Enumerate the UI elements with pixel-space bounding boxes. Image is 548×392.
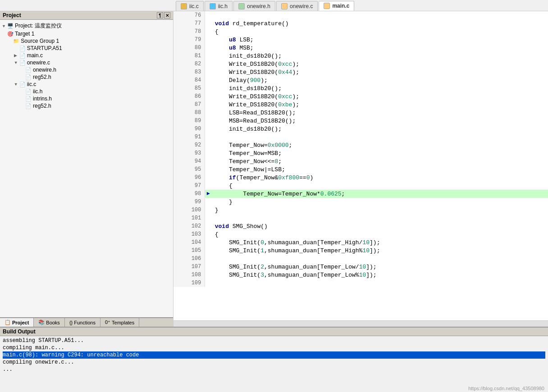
line-arrow <box>205 133 211 141</box>
line-code[interactable]: LSB=Read_DS18B20(); <box>211 109 548 117</box>
expand-icon[interactable]: ▼ <box>14 60 18 65</box>
tree-item[interactable]: ▼📄iic.c <box>0 81 173 88</box>
line-code[interactable]: SMG_Init(3,shumaguan_duan[Temper_Low%10]… <box>211 271 548 279</box>
line-code[interactable]: } <box>211 198 548 206</box>
line-code[interactable] <box>211 279 548 287</box>
line-code[interactable]: void SMG_Show() <box>211 222 548 230</box>
line-code[interactable]: init_ds18b20(); <box>211 125 548 133</box>
tab-iic-c[interactable]: iic.c <box>176 1 204 11</box>
line-code[interactable]: Write_DS18B20(0x44); <box>211 68 548 76</box>
line-code[interactable]: SMG_Init(0,shumaguan_duan[Temper_High/10… <box>211 238 548 246</box>
line-code[interactable]: { <box>211 27 548 36</box>
tab-file-icon <box>238 3 245 9</box>
panel-close-button[interactable]: ✕ <box>164 12 170 18</box>
tab-onewire-h[interactable]: onewire.h <box>233 1 275 11</box>
expand-placeholder <box>2 32 6 36</box>
code-row: 102void SMG_Show() <box>174 222 548 230</box>
left-tab-label: Project <box>12 320 29 325</box>
tree-item[interactable]: 📁Source Group 1 <box>0 37 173 45</box>
line-arrow <box>205 173 211 182</box>
tree-item[interactable]: 📄intrins.h <box>0 95 173 102</box>
line-code[interactable] <box>211 11 548 19</box>
tree-item[interactable]: 📄onewire.h <box>0 66 173 73</box>
code-row: 79 u8 LSB; <box>174 36 548 44</box>
expand-icon[interactable]: ▼ <box>14 82 18 87</box>
file-icon: 📄 <box>19 82 26 87</box>
tab-main-c[interactable]: main.c <box>319 1 354 11</box>
tree-item[interactable]: 📄reg52.h <box>0 73 173 81</box>
tree-item[interactable]: 📄STARTUP.A51 <box>0 45 173 52</box>
line-code[interactable]: Temper_Now=MSB; <box>211 149 548 157</box>
left-tab-icon: 📚 <box>38 319 45 325</box>
tree-item[interactable]: ▼📄onewire.c <box>0 59 173 66</box>
line-code[interactable]: Temper_Now=Temper_Now*0.0625; <box>211 190 548 198</box>
line-code[interactable]: Temper_Now=0x0000; <box>211 141 548 149</box>
tree-item[interactable]: 📄iic.h <box>0 88 173 95</box>
line-code[interactable]: MSB=Read_DS18B20(); <box>211 117 548 125</box>
line-code[interactable]: Write_DS18B20(0xcc); <box>211 60 548 68</box>
left-tab-books[interactable]: 📚Books <box>34 318 65 327</box>
line-code[interactable]: init_ds18b20(); <box>211 52 548 60</box>
tree-item-label: main.c <box>27 52 43 59</box>
line-number: 84 <box>174 76 205 84</box>
tree-root[interactable]: ▼🖥️Project: 温度监控仪 <box>0 22 173 30</box>
line-code[interactable] <box>211 255 548 263</box>
line-code[interactable]: Write_DS18B20(0xbe); <box>211 100 548 109</box>
expand-placeholder <box>14 46 18 50</box>
line-number: 96 <box>174 173 205 182</box>
line-number: 79 <box>174 36 205 44</box>
code-row: 83 Write_DS18B20(0x44); <box>174 68 548 76</box>
line-number: 87 <box>174 100 205 109</box>
file-icon: 📄 <box>25 103 32 109</box>
tree-indent <box>2 81 14 87</box>
line-code[interactable]: Delay(900); <box>211 76 548 84</box>
expand-icon[interactable]: ▼ <box>2 24 6 28</box>
code-row: 91 <box>174 133 548 141</box>
tree-item[interactable]: ▶📄main.c <box>0 52 173 59</box>
line-code[interactable]: SMG_Init(2,shumaguan_duan[Temper_Low/10]… <box>211 263 548 271</box>
line-code[interactable]: u8 MSB; <box>211 44 548 52</box>
left-tab-templates[interactable]: 0⁺Templates <box>100 318 139 327</box>
line-code[interactable]: Write_DS18B20(0xcc); <box>211 92 548 100</box>
tree-item[interactable]: 📄reg52.h <box>0 102 173 109</box>
code-row: 89 MSB=Read_DS18B20(); <box>174 117 548 125</box>
line-code[interactable]: if(Temper_Now&0xf800==0) <box>211 173 548 182</box>
line-arrow <box>205 100 211 109</box>
line-code[interactable]: { <box>211 230 548 238</box>
line-code[interactable]: Temper_Now|=LSB; <box>211 165 548 173</box>
horizontal-scrollbar[interactable] <box>174 320 548 327</box>
line-number: 81 <box>174 52 205 60</box>
line-code[interactable]: } <box>211 206 548 214</box>
line-code[interactable]: u8 LSB; <box>211 36 548 44</box>
line-number: 86 <box>174 92 205 100</box>
code-row: 95 Temper_Now|=LSB; <box>174 165 548 173</box>
line-arrow <box>205 255 211 263</box>
line-number: 77 <box>174 19 205 27</box>
line-code[interactable]: Temper_Now<<=8; <box>211 157 548 165</box>
tree-item[interactable]: 🎯Target 1 <box>0 30 173 37</box>
file-icon: 📄 <box>25 89 32 95</box>
line-arrow <box>205 60 211 68</box>
line-number: 103 <box>174 230 205 238</box>
line-code[interactable]: init_ds18b20(); <box>211 84 548 92</box>
line-number: 95 <box>174 165 205 173</box>
tab-iic-h[interactable]: iic.h <box>205 1 233 11</box>
expand-placeholder <box>20 96 24 101</box>
expand-icon[interactable]: ▶ <box>14 53 18 58</box>
tab-file-icon <box>281 3 288 9</box>
code-row: 108 SMG_Init(3,shumaguan_duan[Temper_Low… <box>174 271 548 279</box>
line-code[interactable]: { <box>211 182 548 190</box>
panel-pin-button[interactable]: ¶ <box>157 12 163 18</box>
line-number: 106 <box>174 255 205 263</box>
line-code[interactable] <box>211 133 548 141</box>
line-code[interactable] <box>211 214 548 222</box>
line-arrow <box>205 52 211 60</box>
line-arrow <box>205 271 211 279</box>
left-tab-functions[interactable]: {}Functions <box>65 318 100 327</box>
line-code[interactable]: void rd_temperature() <box>211 19 548 27</box>
left-tab-project[interactable]: 📋Project <box>0 318 34 327</box>
line-code[interactable]: SMG_Init(1,shumaguan_duan[Temper_High%10… <box>211 246 548 255</box>
tab-onewire-c[interactable]: onewire.c <box>276 1 318 11</box>
line-number: 80 <box>174 44 205 52</box>
code-scroll[interactable]: 7677void rd_temperature()78{79 u8 LSB;80… <box>174 11 548 320</box>
